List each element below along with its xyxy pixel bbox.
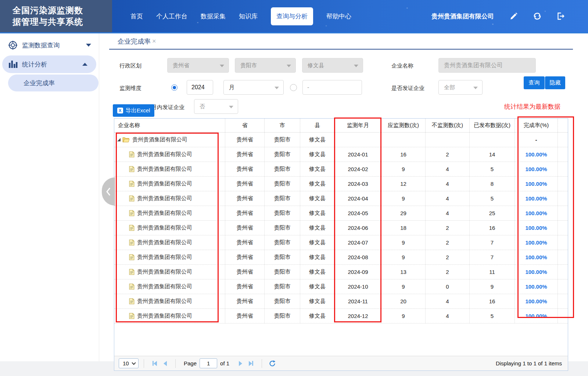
table-cell: [558, 133, 568, 147]
table-row[interactable]: 贵州贵酒集团有限公司贵州省贵阳市修文县2024-0618216100.00%: [114, 221, 568, 235]
table-cell: 2: [426, 235, 470, 250]
page-size-select[interactable]: 10: [119, 358, 139, 368]
table-cell: [558, 294, 568, 308]
nav-item-home[interactable]: 首页: [130, 12, 143, 21]
previous-page-button[interactable]: [164, 361, 167, 366]
table-row[interactable]: 贵州贵酒集团有限公司贵州省贵阳市修文县2024-02945100.00%: [114, 162, 568, 177]
table-cell: 贵州省: [225, 177, 265, 191]
period-select[interactable]: 月: [223, 80, 284, 95]
nav-item-workbench[interactable]: 个人工作台: [156, 12, 187, 21]
sidebar-item-statistical-analysis[interactable]: 统计分析: [2, 55, 96, 73]
logout-icon[interactable]: [556, 12, 565, 21]
table-cell: 贵州省: [225, 162, 265, 176]
date-range-input[interactable]: [302, 80, 362, 95]
table-cell: 贵阳市: [265, 309, 300, 323]
top-header: 全国污染源监测数 据管理与共享系统 首页 个人工作台 数据采集 知识库 查询与分…: [0, 0, 588, 32]
col-header-province: 省: [225, 119, 265, 132]
date-range-radio[interactable]: [290, 84, 297, 91]
table-cell: [558, 250, 568, 264]
document-icon: [129, 239, 135, 246]
document-icon: [129, 254, 135, 260]
table-cell: 2024-11: [335, 294, 381, 308]
year-month-radio[interactable]: [171, 84, 178, 91]
page-number-input[interactable]: [200, 358, 217, 368]
logo-line-2: 据管理与共享系统: [12, 16, 112, 28]
table-row[interactable]: 贵州贵酒集团有限公司贵州省贵阳市修文县2024-0116214100.00%: [114, 147, 568, 162]
table-row[interactable]: 贵州贵酒集团有限公司贵州省贵阳市修文县2024-08927100.00%: [114, 250, 568, 265]
table-row[interactable]: 贵州贵酒集团有限公司贵州省贵阳市修文县2024-0913211100.00%: [114, 265, 568, 279]
table-cell: 16: [381, 147, 426, 162]
table-row[interactable]: 贵州贵酒集团有限公司贵州省贵阳市修文县2024-10909100.00%: [114, 279, 568, 294]
document-icon: [129, 181, 135, 187]
certified-select[interactable]: 全部: [438, 80, 483, 95]
city-select[interactable]: 贵阳市: [235, 58, 296, 73]
export-excel-button[interactable]: X 导出Excel: [113, 104, 154, 117]
exclude-select-value: 否: [200, 103, 205, 110]
table-cell: [426, 133, 470, 147]
sidebar-item-monitoring-data-query[interactable]: 监测数据查询: [0, 36, 99, 54]
table-cell: [558, 147, 568, 162]
table-row[interactable]: 贵州贵酒集团有限公司贵州省贵阳市修文县2024-04945100.00%: [114, 191, 568, 206]
table-cell: 100.00%: [515, 309, 558, 323]
table-empty-area: [114, 323, 568, 356]
county-select[interactable]: 修文县: [302, 58, 363, 73]
edit-pencil-icon[interactable]: [509, 12, 518, 21]
table-body: 贵州贵酒集团有限公司贵州省贵阳市修文县-贵州贵酒集团有限公司贵州省贵阳市修文县2…: [114, 133, 568, 323]
results-table: 企业名称 省 市 县 监测年月 应监测数(次) 不监测数(次) 已发布数据(次)…: [114, 118, 568, 371]
table-cell: 修文县: [300, 250, 335, 264]
year-input[interactable]: [187, 80, 213, 95]
sidebar-subitem-enterprise-completion-rate[interactable]: 企业完成率: [8, 75, 98, 91]
table-cell: 贵州省: [225, 191, 265, 206]
table-row[interactable]: 贵州贵酒集团有限公司贵州省贵阳市修文县2024-1120416100.00%: [114, 294, 568, 309]
tab-enterprise-completion-rate[interactable]: 企业完成率: [118, 37, 151, 46]
exclude-select[interactable]: 否: [194, 99, 238, 114]
tab-close-icon[interactable]: ×: [152, 37, 156, 45]
table-row[interactable]: 贵州贵酒集团有限公司贵州省贵阳市修文县2024-07927100.00%: [114, 235, 568, 250]
table-cell: 5: [470, 309, 515, 323]
last-page-button[interactable]: [249, 361, 253, 366]
table-cell: 100.00%: [515, 206, 558, 220]
table-cell: 2: [426, 250, 470, 264]
next-page-button[interactable]: [239, 361, 242, 366]
table-row-parent[interactable]: 贵州贵酒集团有限公司贵州省贵阳市修文县-: [114, 133, 568, 147]
table-cell-tree: 贵州贵酒集团有限公司: [114, 235, 225, 250]
table-cell: 贵阳市: [265, 147, 300, 162]
tree-expand-caret[interactable]: [117, 138, 121, 141]
table-cell: [558, 191, 568, 206]
table-cell: 贵州省: [225, 279, 265, 294]
table-cell: 2024-07: [335, 235, 381, 250]
table-cell: 贵州省: [225, 206, 265, 220]
table-cell: 2024-05: [335, 206, 381, 220]
chevron-down-icon: [287, 65, 291, 67]
table-cell: [558, 279, 568, 294]
table-cell-tree: 贵州贵酒集团有限公司: [114, 206, 225, 220]
province-select[interactable]: 贵州省: [167, 58, 229, 73]
nav-item-help-center[interactable]: 帮助中心: [326, 12, 351, 21]
nav-item-data-collection[interactable]: 数据采集: [201, 12, 226, 21]
sidebar-item-label: 监测数据查询: [22, 41, 60, 50]
table-cell: 100.00%: [515, 162, 558, 176]
table-row[interactable]: 贵州贵酒集团有限公司贵州省贵阳市修文县2024-0529425100.00%: [114, 206, 568, 221]
province-select-value: 贵州省: [173, 62, 189, 69]
nav-item-query-analysis[interactable]: 查询与分析: [271, 7, 313, 25]
table-cell: 4: [426, 162, 470, 176]
company-tree-label: 贵州贵酒集团有限公司: [132, 136, 187, 143]
table-cell: 修文县: [300, 206, 335, 220]
document-icon: [129, 269, 135, 275]
nav-item-knowledge-base[interactable]: 知识库: [239, 12, 258, 21]
period-select-value: 月: [229, 84, 234, 91]
table-cell: [470, 133, 515, 147]
reload-table-icon[interactable]: [269, 360, 276, 367]
company-name-field[interactable]: 贵州贵酒集团有限公司: [438, 58, 536, 73]
table-cell-tree: 贵州贵酒集团有限公司: [114, 133, 225, 147]
table-row[interactable]: 贵州贵酒集团有限公司贵州省贵阳市修文县2024-031248100.00%: [114, 177, 568, 191]
table-row[interactable]: 贵州贵酒集团有限公司贵州省贵阳市修文县2024-12945100.00%: [114, 309, 568, 323]
query-button[interactable]: 查询: [524, 76, 545, 89]
first-page-button[interactable]: [153, 361, 157, 366]
pager-divider: [175, 359, 176, 368]
sidebar: 监测数据查询 统计分析 企业完成率: [0, 33, 99, 361]
hide-button[interactable]: 隐藏: [545, 76, 565, 89]
table-cell: 修文县: [300, 177, 335, 191]
table-cell: 贵阳市: [265, 265, 300, 279]
refresh-icon[interactable]: [533, 12, 542, 21]
